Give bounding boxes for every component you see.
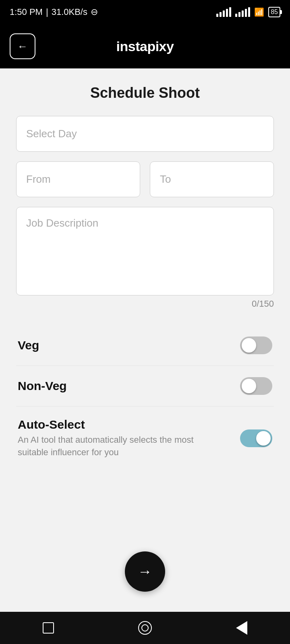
wifi-icon: 📶: [254, 7, 264, 17]
vpn-icon: ⊖: [91, 7, 98, 17]
non-veg-label: Non-Veg: [18, 379, 240, 393]
nav-back-button[interactable]: [232, 618, 251, 638]
auto-select-label: Auto-Select: [18, 418, 240, 431]
square-icon: [43, 622, 54, 634]
from-input[interactable]: [16, 161, 140, 197]
circle-icon: [138, 621, 152, 635]
status-right: 📶 85: [216, 7, 280, 17]
speed-display: |: [46, 7, 48, 17]
app-header: ← instapixy: [0, 24, 290, 68]
non-veg-toggle[interactable]: [240, 377, 272, 395]
nav-home-button[interactable]: [135, 618, 155, 638]
char-count: 0/150: [16, 299, 274, 309]
veg-toggle[interactable]: [240, 336, 272, 354]
auto-select-toggle[interactable]: [240, 429, 272, 447]
time-row: [16, 161, 274, 197]
job-description-input[interactable]: [16, 207, 274, 295]
app-title: instapixy: [116, 39, 174, 54]
bottom-navigation: [0, 612, 290, 644]
battery-indicator: 85: [268, 7, 280, 17]
auto-select-sublabel: An AI tool that automatically selects th…: [18, 434, 203, 459]
signal-bars-1: [216, 7, 231, 17]
back-button[interactable]: ←: [10, 33, 35, 59]
auto-select-toggle-row: Auto-Select An AI tool that automaticall…: [16, 407, 274, 470]
time-display: 1:50 PM: [10, 7, 43, 17]
non-veg-toggle-row: Non-Veg: [16, 366, 274, 407]
next-icon: →: [138, 563, 152, 580]
auto-select-toggle-knob: [256, 431, 271, 446]
toggle-section: Veg Non-Veg Auto-Select An AI tool that …: [16, 325, 274, 470]
veg-toggle-knob: [242, 338, 256, 353]
nav-square-button[interactable]: [39, 618, 58, 638]
back-icon: ←: [17, 40, 28, 53]
veg-label: Veg: [18, 339, 240, 352]
non-veg-toggle-knob: [242, 379, 256, 393]
select-day-input[interactable]: [16, 116, 274, 152]
signal-bars-2: [235, 7, 250, 17]
next-button[interactable]: →: [125, 551, 165, 592]
triangle-icon: [236, 621, 247, 635]
page-title: Schedule Shoot: [16, 85, 274, 101]
status-left: 1:50 PM | 31.0KB/s ⊖: [10, 7, 98, 17]
main-content: Schedule Shoot 0/150 Veg Non-Veg: [0, 68, 290, 612]
next-btn-wrapper: →: [16, 535, 274, 612]
speed-value: 31.0KB/s: [52, 7, 87, 17]
status-bar: 1:50 PM | 31.0KB/s ⊖ 📶 85: [0, 0, 290, 24]
to-input[interactable]: [150, 161, 274, 197]
veg-toggle-row: Veg: [16, 325, 274, 366]
